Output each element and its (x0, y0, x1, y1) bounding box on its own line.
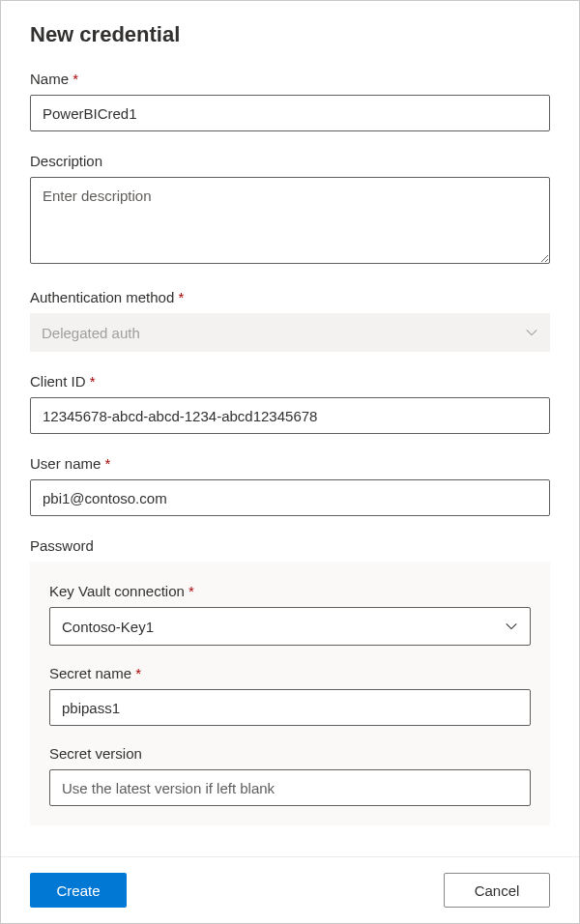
name-label: Name (30, 71, 550, 87)
description-label: Description (30, 153, 550, 169)
username-label: User name (30, 455, 550, 472)
key-vault-select[interactable]: Contoso-Key1 (49, 607, 531, 646)
footer: Create Cancel (1, 856, 579, 923)
page-title: New credential (30, 22, 550, 47)
secret-name-label: Secret name (49, 665, 531, 681)
secret-version-input[interactable] (49, 769, 531, 806)
description-input[interactable] (30, 177, 550, 264)
username-input[interactable] (30, 479, 550, 516)
create-button[interactable]: Create (30, 873, 127, 908)
password-label: Password (30, 537, 550, 554)
key-vault-label: Key Vault connection (49, 583, 531, 599)
key-vault-value: Contoso-Key1 (62, 619, 154, 635)
secret-version-label: Secret version (49, 745, 531, 762)
cancel-button[interactable]: Cancel (444, 873, 550, 908)
auth-method-select: Delegated auth (30, 313, 550, 352)
chevron-down-icon (525, 326, 538, 339)
name-input[interactable] (30, 95, 550, 131)
client-id-input[interactable] (30, 397, 550, 434)
auth-method-label: Authentication method (30, 289, 550, 305)
auth-method-value: Delegated auth (42, 325, 140, 341)
password-section: Key Vault connection Contoso-Key1 Secret… (30, 562, 550, 825)
client-id-label: Client ID (30, 373, 550, 390)
secret-name-input[interactable] (49, 689, 531, 726)
chevron-down-icon (505, 620, 518, 633)
